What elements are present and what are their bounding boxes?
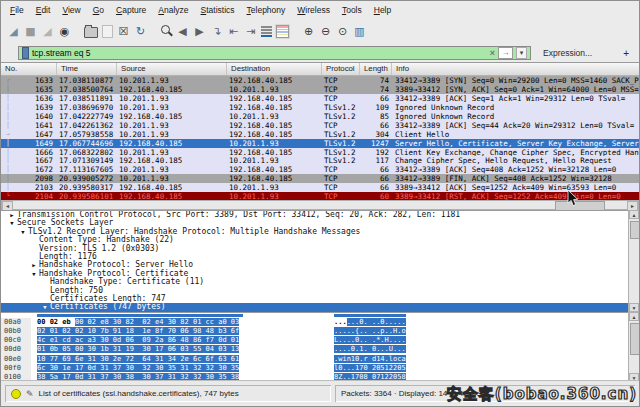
packet-source: 10.201.1.93 bbox=[117, 94, 227, 103]
filter-clear-icon[interactable]: × bbox=[490, 48, 495, 58]
zoom-out-icon[interactable]: ⊖ bbox=[319, 24, 332, 38]
packet-row-1636[interactable]: │163617.03851189110.201.1.93192.168.40.1… bbox=[1, 94, 639, 103]
packet-row-1666[interactable]: │166617.06832280210.201.1.93192.168.40.1… bbox=[1, 148, 639, 157]
status-bar: ✎ List of certificates (ssl.handshake.ce… bbox=[1, 380, 639, 406]
column-header-time[interactable]: Time bbox=[57, 63, 117, 75]
filter-bookmark-icon[interactable] bbox=[22, 47, 29, 59]
filter-dropdown-icon[interactable]: ▾ bbox=[516, 47, 527, 59]
packet-row-1639[interactable]: │163917.03869697010.201.1.93192.168.40.1… bbox=[1, 103, 639, 112]
menu-capture[interactable]: Capture bbox=[116, 5, 146, 15]
detail-row-11[interactable]: ▼Certificates (747 bytes) bbox=[1, 303, 639, 311]
go-to-packet-icon[interactable]: ↴ bbox=[210, 24, 223, 38]
expand-icon[interactable]: ▶ bbox=[7, 211, 17, 219]
resize-columns-icon[interactable]: ▥ bbox=[353, 24, 366, 38]
detail-vscrollbar[interactable]: ▲ ▼ bbox=[628, 210, 639, 312]
packet-length: 192 bbox=[360, 148, 392, 157]
save-file-icon[interactable] bbox=[102, 25, 113, 38]
column-header-info[interactable]: Info bbox=[392, 63, 639, 75]
packet-source: 192.168.40.185 bbox=[117, 85, 227, 94]
menu-view[interactable]: View bbox=[62, 5, 80, 15]
column-header-protocol[interactable]: Protocol bbox=[322, 63, 360, 75]
go-back-icon[interactable]: ◀ bbox=[176, 24, 189, 38]
packet-row-1635[interactable]: │163517.038500764192.168.40.18510.201.1.… bbox=[1, 85, 639, 94]
colorize-icon[interactable] bbox=[276, 25, 289, 38]
menu-tools[interactable]: Tools bbox=[342, 5, 362, 15]
packet-row-1647[interactable]: →164717.05793855810.201.1.93192.168.40.1… bbox=[1, 130, 639, 139]
packet-destination: 10.201.1.93 bbox=[227, 139, 322, 148]
collapse-icon[interactable]: ▼ bbox=[7, 219, 17, 227]
row-marker: │ bbox=[1, 139, 15, 148]
hex-bytes-highlight: 6c 30 1e 17 0d 31 37 30 32 30 35 31 32 3… bbox=[37, 364, 239, 372]
collapse-icon[interactable]: ▼ bbox=[18, 228, 28, 236]
packet-row-1667[interactable]: │166717.071309149192.168.40.18510.201.1.… bbox=[1, 156, 639, 165]
packet-destination: 192.168.40.185 bbox=[227, 103, 322, 112]
expand-icon[interactable]: ▶ bbox=[29, 261, 39, 269]
restart-capture-icon[interactable]: ◢ bbox=[41, 24, 54, 38]
open-file-icon[interactable] bbox=[84, 27, 98, 38]
column-header-length[interactable]: Length bbox=[360, 63, 392, 75]
go-forward-icon[interactable]: ▶ bbox=[193, 24, 206, 38]
hex-row-00b0[interactable]: 00b002 01 02 02 10 7b 91 18 1e 8f 70 06 … bbox=[1, 327, 627, 336]
expression-button[interactable]: Expression... bbox=[543, 48, 592, 58]
column-header-source[interactable]: Source bbox=[117, 63, 227, 75]
zoom-in-icon[interactable]: ⊕ bbox=[302, 24, 315, 38]
packet-row-1672[interactable]: │167217.11316760510.201.1.93192.168.40.1… bbox=[1, 165, 639, 174]
hex-row-00c0[interactable]: 00c04c e1 cd ac a3 30 0d 06 09 2a 86 48 … bbox=[1, 336, 627, 345]
go-last-packet-icon[interactable]: ⇥ bbox=[244, 24, 257, 38]
detail-scroll-up-arrow[interactable]: ▲ bbox=[629, 210, 639, 219]
packet-row-1641[interactable]: │164117.04226136210.201.1.93192.168.40.1… bbox=[1, 121, 639, 130]
packet-row-2103[interactable]: │210320.939580317192.168.40.18510.201.1.… bbox=[1, 183, 639, 192]
packet-no: 1672 bbox=[15, 165, 57, 174]
hex-scroll-up-arrow[interactable]: ▲ bbox=[629, 312, 639, 321]
hex-bytes-highlight: 00 02 e8 30 82 02 e4 30 82 01 cc a0 03 bbox=[75, 318, 239, 326]
menu-analyze[interactable]: Analyze bbox=[158, 5, 188, 15]
hex-vscrollbar[interactable]: ▲ ▼ bbox=[628, 312, 639, 382]
filter-apply-icon[interactable]: → bbox=[498, 47, 513, 59]
menu-edit[interactable]: Edit bbox=[36, 5, 51, 15]
capture-options-icon[interactable]: ◉ bbox=[58, 24, 71, 38]
menu-go[interactable]: Go bbox=[93, 5, 104, 15]
packet-info: 33412→3389 [FIN, ACK] Seq=408 Ack=1252 W… bbox=[392, 174, 639, 183]
packet-destination: 10.201.1.93 bbox=[227, 156, 322, 165]
packet-list-hscrollbar[interactable]: ◄ ► bbox=[1, 200, 639, 210]
packet-length: 66 bbox=[360, 183, 392, 192]
hex-scroll-thumb[interactable] bbox=[630, 323, 640, 355]
go-first-packet-icon[interactable]: ⇤ bbox=[227, 24, 240, 38]
display-filter-field[interactable]: tcp.stream eq 5 × → ▾ bbox=[18, 46, 531, 60]
reload-icon[interactable]: ↻ bbox=[134, 24, 147, 38]
capture-comment-icon[interactable]: ✎ bbox=[26, 389, 34, 399]
hex-row-00e0[interactable]: 00e010 77 69 6e 31 30 2e 72 64 31 34 2e … bbox=[1, 355, 627, 364]
hex-bytes: 4c e1 cd ac a3 30 0d 06 09 2a 86 48 86 f… bbox=[37, 336, 247, 345]
collapse-icon[interactable]: ▼ bbox=[40, 303, 50, 311]
packet-row-1640[interactable]: │164017.042227749192.168.40.18510.201.1.… bbox=[1, 112, 639, 121]
hex-row-00d0[interactable]: 00d001 0b 05 00 30 1b 31 19 30 17 06 03 … bbox=[1, 345, 627, 354]
menu-file[interactable]: File bbox=[10, 5, 24, 15]
hex-row-00a0[interactable]: 00a000 02 eb 00 02 e8 30 82 02 e4 30 82 … bbox=[1, 318, 627, 327]
packet-row-1649[interactable]: │164917.067744696192.168.40.18510.201.1.… bbox=[1, 139, 639, 148]
collapse-icon[interactable]: ▼ bbox=[29, 270, 39, 278]
packet-source: 192.168.40.185 bbox=[117, 112, 227, 121]
start-capture-icon[interactable]: ◢ bbox=[7, 24, 20, 38]
packet-row-1633[interactable]: ┌163317.03811087710.201.1.93192.168.40.1… bbox=[1, 76, 639, 85]
zoom-reset-icon[interactable]: ⊙ bbox=[336, 24, 349, 38]
hex-row-00f0[interactable]: 00f06c 30 1e 17 0d 31 37 30 32 30 35 31 … bbox=[1, 364, 627, 373]
expert-info-icon[interactable] bbox=[11, 389, 21, 399]
auto-scroll-icon[interactable] bbox=[261, 26, 272, 37]
menu-telephony[interactable]: Telephony bbox=[247, 5, 286, 15]
packet-info: 33412→3389 [ACK] Seq=1 Ack=1 Win=29312 L… bbox=[392, 94, 639, 103]
close-file-icon[interactable]: ☒ bbox=[117, 24, 130, 38]
menu-statistics[interactable]: Statistics bbox=[201, 5, 235, 15]
filter-input[interactable]: tcp.stream eq 5 bbox=[32, 48, 487, 58]
hex-bytes: 00 02 eb 00 02 e8 30 82 02 e4 30 82 01 c… bbox=[37, 318, 247, 327]
packet-source: 10.201.1.93 bbox=[117, 174, 227, 183]
detail-scroll-down-arrow[interactable]: ▼ bbox=[629, 303, 639, 312]
menu-wireless[interactable]: Wireless bbox=[297, 5, 330, 15]
column-header-destination[interactable]: Destination bbox=[227, 63, 322, 75]
menu-help[interactable]: Help bbox=[374, 5, 391, 15]
packet-row-2098[interactable]: │209820.93900527210.201.1.93192.168.40.1… bbox=[1, 174, 639, 183]
add-filter-button[interactable]: + bbox=[623, 48, 633, 59]
find-packet-icon[interactable] bbox=[160, 25, 172, 37]
stop-capture-icon[interactable]: ■ bbox=[24, 24, 37, 38]
detail-scroll-thumb[interactable] bbox=[630, 221, 640, 239]
column-header-no[interactable]: No. bbox=[1, 63, 57, 75]
